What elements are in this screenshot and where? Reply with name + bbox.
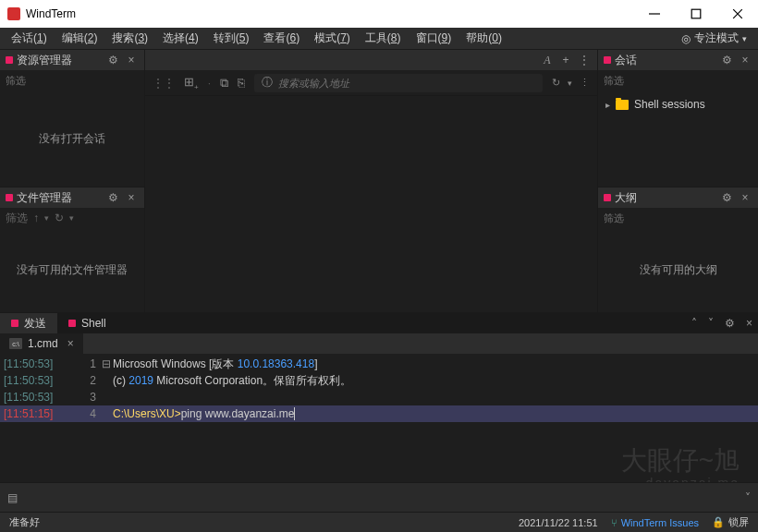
menu-item[interactable]: 帮助(0) bbox=[458, 30, 509, 46]
refresh-icon[interactable]: ↻ bbox=[55, 212, 64, 224]
gear-icon: ⚙ bbox=[725, 317, 735, 330]
terminal[interactable]: [11:50:53]1⊟Microsoft Windows [版本 10.0.1… bbox=[0, 354, 758, 482]
status-link[interactable]: ⑂ WindTerm Issues bbox=[611, 517, 699, 528]
panel-indicator-icon bbox=[6, 194, 13, 201]
chevron-right-icon: ▸ bbox=[605, 100, 610, 110]
maximize-button[interactable] bbox=[675, 0, 716, 28]
sessions-panel: 会话 ⚙ × ▸ Shell sessions bbox=[598, 50, 758, 187]
session-item-label: Shell sessions bbox=[634, 98, 705, 111]
filemgr-toolbar: 筛选 ↑ ▾ ↻ ▾ bbox=[0, 208, 144, 228]
gear-icon: ⚙ bbox=[722, 191, 732, 204]
bottom-tab[interactable]: Shell bbox=[57, 313, 117, 333]
menubar: 会话(1)编辑(2)搜索(3)选择(4)转到(5)查看(6)模式(7)工具(8)… bbox=[0, 28, 758, 50]
menu-item[interactable]: 选择(4) bbox=[155, 30, 206, 46]
gear-icon: ⚙ bbox=[108, 191, 118, 204]
close-button[interactable] bbox=[716, 0, 758, 28]
panel-close-button[interactable]: × bbox=[124, 54, 139, 66]
menu-item[interactable]: 窗口(9) bbox=[409, 30, 459, 46]
collapse-down-button[interactable]: ˅ bbox=[703, 317, 719, 330]
terminal-line: [11:51:15]4C:\Users\XU>ping www.dayanzai… bbox=[0, 405, 758, 422]
more-icon: ⋮ bbox=[579, 54, 590, 66]
address-bar: ⋮⋮ ⊞+ · ⧉ ⎘ ⓘ ↻ ▾ ⋮ bbox=[145, 70, 597, 96]
titlebar: WindTerm bbox=[0, 0, 758, 28]
add-button[interactable]: + bbox=[558, 54, 573, 66]
terminal-text: (c) 2019 Microsoft Corporation。保留所有权利。 bbox=[113, 373, 758, 389]
fold-icon[interactable]: ⊟ bbox=[102, 357, 113, 370]
address-input[interactable] bbox=[278, 78, 535, 89]
info-icon[interactable]: ⓘ bbox=[262, 75, 273, 91]
external-icon[interactable]: ⧉ bbox=[220, 76, 228, 91]
gear-icon: ⚙ bbox=[722, 54, 732, 66]
explorer-panel: 资源管理器 ⚙ × 没有打开会话 bbox=[0, 50, 144, 187]
up-icon[interactable]: ↑ bbox=[33, 212, 39, 224]
svg-rect-0 bbox=[691, 9, 701, 18]
terminal-line: [11:50:53]2(c) 2019 Microsoft Corporatio… bbox=[0, 372, 758, 389]
plus-icon: + bbox=[562, 54, 568, 66]
panel-indicator-icon bbox=[604, 56, 611, 64]
line-number: 2 bbox=[79, 374, 102, 387]
explorer-filter-input[interactable] bbox=[6, 75, 139, 86]
chevron-down-icon: ˅ bbox=[708, 317, 714, 330]
menu-item[interactable]: 工具(8) bbox=[358, 30, 409, 46]
line-number: 1 bbox=[79, 357, 102, 370]
status-lock[interactable]: 🔒 锁屏 bbox=[712, 515, 749, 529]
menu-item[interactable]: 编辑(2) bbox=[55, 30, 105, 46]
close-icon bbox=[732, 8, 743, 19]
terminal-line: [11:50:53]1⊟Microsoft Windows [版本 10.0.1… bbox=[0, 356, 758, 372]
more-button[interactable]: ⋮ bbox=[577, 54, 592, 66]
sessions-filter-input[interactable] bbox=[604, 75, 752, 86]
expand-icon[interactable]: ˅ bbox=[745, 491, 751, 504]
panel-close-button[interactable]: × bbox=[738, 54, 752, 66]
chevron-up-icon: ˄ bbox=[691, 317, 697, 330]
bottom-tab[interactable]: 发送 bbox=[0, 313, 57, 333]
filemgr-empty-text: 没有可用的文件管理器 bbox=[0, 228, 144, 312]
panel-settings-button[interactable]: ⚙ bbox=[719, 191, 734, 204]
watermark: 大眼仔~旭 dayanzai.me bbox=[621, 445, 740, 482]
line-number: 4 bbox=[79, 407, 102, 420]
timestamp: [11:50:53] bbox=[4, 374, 79, 387]
maximize-icon bbox=[691, 8, 702, 19]
input-mode-icon[interactable]: ▤ bbox=[7, 491, 18, 504]
menu-item[interactable]: 搜索(3) bbox=[104, 30, 155, 46]
input-area: ▤ ˅ bbox=[0, 482, 758, 512]
filemgr-panel: 文件管理器 ⚙ × 筛选 ↑ ▾ ↻ ▾ 没有可用的文件管理器 bbox=[0, 187, 144, 312]
close-icon: × bbox=[746, 317, 752, 330]
more-button[interactable]: ⋮ bbox=[580, 77, 590, 89]
new-tab-icon[interactable]: ⊞+ bbox=[184, 75, 199, 91]
panel-settings-button[interactable]: ⚙ bbox=[105, 54, 120, 66]
panel-indicator-icon bbox=[604, 194, 611, 201]
window-title: WindTerm bbox=[26, 7, 633, 20]
statusbar: 准备好 2021/11/22 11:51 ⑂ WindTerm Issues 🔒… bbox=[0, 512, 758, 532]
panel-close-button[interactable]: × bbox=[124, 191, 139, 204]
status-datetime: 2021/11/22 11:51 bbox=[519, 517, 598, 528]
minimize-button[interactable] bbox=[633, 0, 675, 28]
panel-settings-button[interactable]: ⚙ bbox=[105, 191, 120, 204]
font-button[interactable]: A bbox=[540, 54, 555, 67]
menu-item[interactable]: 查看(6) bbox=[256, 30, 307, 46]
grip-icon[interactable]: ⋮⋮ bbox=[153, 77, 175, 90]
app-logo bbox=[7, 7, 20, 20]
refresh-button[interactable]: ↻ bbox=[552, 77, 560, 89]
chevron-down-icon: ▾ bbox=[742, 34, 747, 43]
cmd-icon: c:\ bbox=[9, 338, 22, 349]
subtab-close-button[interactable]: × bbox=[67, 337, 74, 350]
subtab-cmd[interactable]: c:\ 1.cmd × bbox=[0, 333, 83, 354]
menu-item[interactable]: 会话(1) bbox=[4, 30, 55, 46]
session-item[interactable]: ▸ Shell sessions bbox=[605, 96, 751, 113]
focus-mode-button[interactable]: ◎ 专注模式 ▾ bbox=[674, 30, 754, 46]
center-body bbox=[145, 96, 597, 312]
minimize-icon bbox=[649, 8, 660, 19]
copy-icon[interactable]: ⎘ bbox=[238, 76, 245, 90]
close-icon: × bbox=[741, 54, 748, 66]
panel-close-button[interactable]: × bbox=[738, 191, 752, 204]
tabs-close-button[interactable]: × bbox=[740, 317, 758, 330]
menu-item[interactable]: 模式(7) bbox=[307, 30, 358, 46]
folder-icon bbox=[616, 100, 629, 110]
tab-label: 发送 bbox=[24, 316, 46, 332]
outline-filter-input[interactable] bbox=[604, 212, 752, 224]
panel-settings-button[interactable]: ⚙ bbox=[719, 54, 734, 66]
collapse-up-button[interactable]: ˄ bbox=[686, 317, 703, 330]
menu-item[interactable]: 转到(5) bbox=[206, 30, 257, 46]
tabs-settings-button[interactable]: ⚙ bbox=[719, 317, 740, 330]
sub-tabs: c:\ 1.cmd × bbox=[0, 333, 758, 354]
